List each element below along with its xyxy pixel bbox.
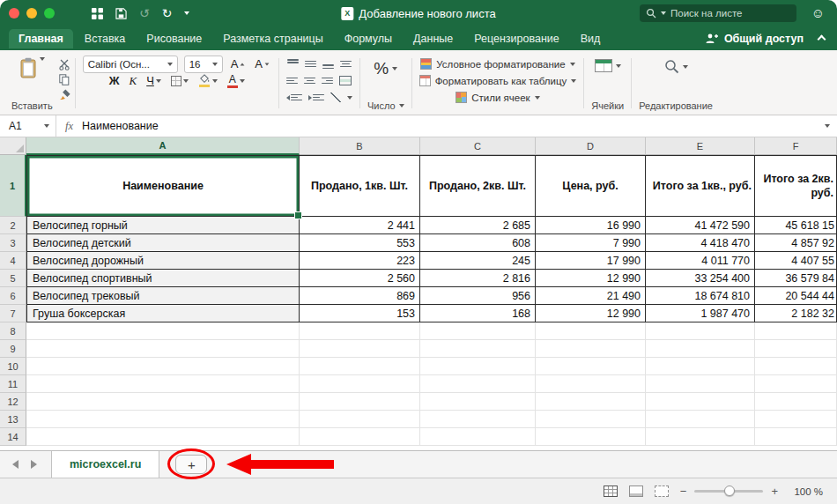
- grid-cell[interactable]: Груша боксерская: [26, 305, 300, 322]
- grid-cell[interactable]: [300, 411, 420, 428]
- grid-cell[interactable]: [536, 393, 646, 411]
- row-header-11[interactable]: 11: [0, 375, 26, 393]
- grid-cell[interactable]: 4 011 770: [646, 252, 755, 270]
- grid-cell[interactable]: 153: [300, 305, 420, 322]
- tab-view[interactable]: Вид: [571, 29, 611, 48]
- grid-cell[interactable]: [300, 358, 420, 375]
- grid-cell[interactable]: [536, 375, 646, 393]
- fill-color-button[interactable]: [196, 72, 219, 89]
- zoom-out-icon[interactable]: −: [680, 485, 687, 497]
- grid-cell[interactable]: 223: [300, 252, 420, 270]
- search-scope-chevron-icon[interactable]: [661, 11, 666, 15]
- row-header-6[interactable]: 6: [0, 287, 26, 305]
- grid-cell[interactable]: Итого за 2кв. руб.: [755, 155, 837, 217]
- grid-cell[interactable]: Велосипед горный: [26, 217, 300, 234]
- align-center-icon[interactable]: [304, 76, 315, 85]
- grid-cell[interactable]: 869: [300, 287, 420, 305]
- font-color-button[interactable]: A: [226, 72, 247, 89]
- grid-cell[interactable]: [300, 428, 420, 446]
- grid-cell[interactable]: [646, 358, 755, 375]
- grid-cell[interactable]: [536, 411, 646, 428]
- alignment-more-icon[interactable]: [347, 96, 352, 100]
- grid-cell[interactable]: 2 816: [420, 270, 536, 287]
- next-sheet-icon[interactable]: [31, 460, 37, 469]
- grid-cell[interactable]: [536, 358, 646, 375]
- grid-cell[interactable]: 245: [420, 252, 536, 270]
- decrease-indent-icon[interactable]: [286, 93, 302, 102]
- row-header-2[interactable]: 2: [0, 217, 26, 234]
- grid-cell[interactable]: [26, 322, 300, 340]
- merge-center-icon[interactable]: [339, 76, 352, 85]
- grid-cell[interactable]: [26, 393, 300, 411]
- row-header-9[interactable]: 9: [0, 340, 26, 358]
- borders-button[interactable]: [169, 72, 190, 89]
- grid-cell[interactable]: Продано, 1кв. Шт.: [300, 155, 420, 217]
- grid-cell[interactable]: 12 990: [536, 305, 646, 322]
- align-left-icon[interactable]: [286, 76, 298, 85]
- grid-cell[interactable]: 168: [420, 305, 536, 322]
- zoom-slider[interactable]: [694, 490, 763, 493]
- grid-cell[interactable]: [420, 428, 536, 446]
- increase-indent-icon[interactable]: [308, 93, 324, 102]
- row-header-10[interactable]: 10: [0, 358, 26, 375]
- conditional-formatting-button[interactable]: Условное форматирование: [420, 56, 574, 72]
- grid-cell[interactable]: 21 490: [536, 287, 646, 305]
- view-switcher-icon[interactable]: [92, 8, 103, 19]
- grid-cell[interactable]: 1 987 470: [646, 305, 755, 322]
- grid-cell[interactable]: 36 579 84: [755, 270, 837, 287]
- grid-cell[interactable]: [300, 340, 420, 358]
- column-header-f[interactable]: F: [755, 137, 837, 155]
- select-all-corner[interactable]: [0, 137, 26, 155]
- font-size-select[interactable]: 16: [184, 56, 223, 73]
- grid-cell[interactable]: [420, 375, 536, 393]
- grid-cell[interactable]: [420, 411, 536, 428]
- save-icon[interactable]: [115, 8, 127, 19]
- grid-cell[interactable]: 12 990: [536, 270, 646, 287]
- grid-cell[interactable]: [755, 340, 837, 358]
- grid-cell[interactable]: [755, 411, 837, 428]
- format-painter-icon[interactable]: [59, 89, 70, 100]
- grid-cell[interactable]: [26, 411, 300, 428]
- grid-cell[interactable]: 2 560: [300, 270, 420, 287]
- grid-cell[interactable]: Велосипед спортивный: [26, 270, 300, 287]
- grid-cell[interactable]: [536, 340, 646, 358]
- grid-cell[interactable]: 2 182 32: [755, 305, 837, 322]
- grid-cell[interactable]: 45 618 15: [755, 217, 837, 234]
- undo-icon[interactable]: ↺: [139, 7, 150, 19]
- feedback-smiley-icon[interactable]: ☺: [811, 5, 825, 20]
- grid-cell[interactable]: 2 685: [420, 217, 536, 234]
- grid-cell[interactable]: 4 407 55: [755, 252, 837, 270]
- grid-cell[interactable]: [755, 322, 837, 340]
- tab-draw[interactable]: Рисование: [137, 29, 211, 48]
- grid-cell[interactable]: Велосипед дорожный: [26, 252, 300, 270]
- align-top-icon[interactable]: [287, 59, 299, 69]
- column-header-c[interactable]: C: [420, 137, 536, 155]
- tab-data[interactable]: Данные: [404, 29, 463, 48]
- align-right-icon[interactable]: [322, 76, 333, 85]
- page-break-view-icon[interactable]: [655, 485, 669, 497]
- grid-cell[interactable]: Велосипед детский: [26, 234, 300, 252]
- italic-button[interactable]: К: [128, 72, 139, 89]
- quick-access-chevron-icon[interactable]: [184, 11, 189, 15]
- zoom-level[interactable]: 100 %: [789, 486, 823, 497]
- close-window-icon[interactable]: [9, 8, 19, 19]
- sheet-tab-microexcel[interactable]: microexcel.ru: [51, 451, 159, 478]
- increase-font-button[interactable]: A: [229, 56, 248, 72]
- grid-cell[interactable]: [300, 375, 420, 393]
- grid-cell[interactable]: [26, 375, 300, 393]
- cell-a1-selected[interactable]: Наименование: [26, 155, 300, 217]
- grid-cell[interactable]: [26, 358, 300, 375]
- grid-cell[interactable]: [536, 322, 646, 340]
- grid-cell[interactable]: [755, 393, 837, 411]
- row-header-14[interactable]: 14: [0, 428, 26, 446]
- grid-cell[interactable]: [26, 340, 300, 358]
- decrease-font-button[interactable]: A: [253, 56, 271, 72]
- zoom-slider-knob[interactable]: [724, 485, 735, 496]
- percent-style-button[interactable]: %: [374, 59, 397, 78]
- tab-page-layout[interactable]: Разметка страницы: [213, 29, 332, 48]
- add-sheet-button[interactable]: +: [175, 455, 207, 474]
- align-bottom-icon[interactable]: [322, 59, 334, 69]
- grid-cell[interactable]: Продано, 2кв. Шт.: [420, 155, 536, 217]
- grid-cell[interactable]: 20 544 44: [755, 287, 837, 305]
- tab-review[interactable]: Рецензирование: [464, 29, 569, 48]
